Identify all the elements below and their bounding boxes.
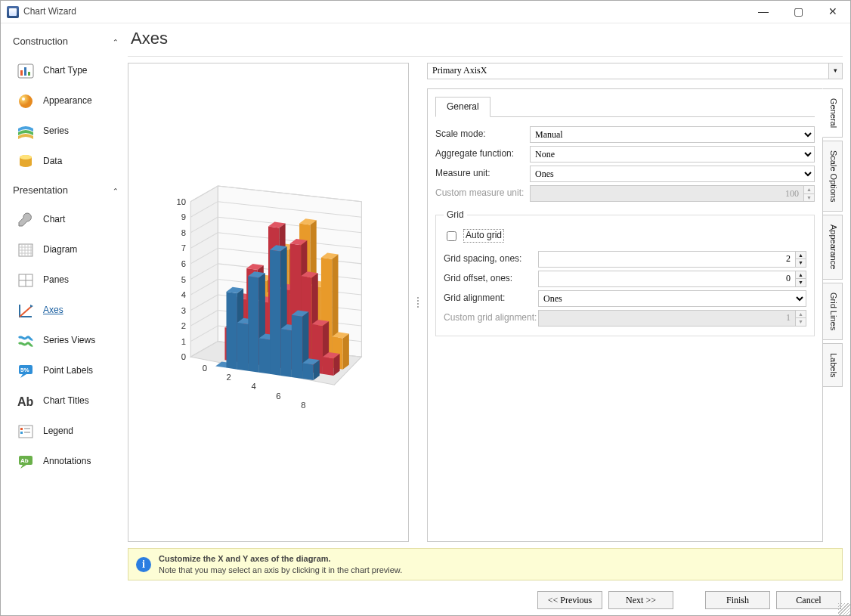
sidebar-item-series[interactable]: Series <box>1 116 128 147</box>
spinner[interactable]: ▲▼ <box>796 271 806 287</box>
custom-grid-alignment-input <box>538 310 796 327</box>
auto-grid-checkbox[interactable] <box>447 231 456 241</box>
svg-rect-1 <box>20 70 23 76</box>
sidebar-item-data[interactable]: Data <box>1 147 128 177</box>
appearance-icon <box>16 91 36 111</box>
svg-text:6: 6 <box>276 391 280 400</box>
sidebar-item-chart-type[interactable]: Chart Type <box>1 56 128 86</box>
sidebar-item-label: Diagram <box>43 244 77 256</box>
maximize-button[interactable]: ▢ <box>781 1 815 23</box>
sidebar-item-label: Chart <box>43 214 65 226</box>
aggregate-select[interactable]: None <box>530 146 815 163</box>
button-bar: << Previous Next >> Finish Cancel <box>128 580 843 609</box>
svg-marker-130 <box>259 338 270 373</box>
grid-spacing-label: Grid spacing, ones: <box>444 253 538 265</box>
svg-text:8: 8 <box>301 401 305 410</box>
scale-mode-select[interactable]: Manual <box>530 126 815 143</box>
titlebar: Chart Wizard — ▢ ✕ <box>1 1 850 23</box>
vtab-grid-lines[interactable]: Grid Lines <box>823 283 843 340</box>
svg-marker-127 <box>248 276 258 372</box>
page-title: Axes <box>131 28 843 50</box>
chart-preview[interactable]: 012 345 678 910 024 68 <box>128 63 409 543</box>
sidebar-item-axes[interactable]: Axes <box>1 296 128 326</box>
grid-spacing-input[interactable] <box>538 251 796 268</box>
sidebar-item-chart[interactable]: Chart <box>1 205 128 235</box>
previous-button[interactable]: << Previous <box>537 591 602 609</box>
vtab-scale-options[interactable]: Scale Options <box>823 141 843 212</box>
svg-marker-116 <box>323 357 333 376</box>
close-button[interactable]: ✕ <box>815 1 850 23</box>
sidebar: Construction ⌄ Chart Type Appearance Ser… <box>1 23 128 615</box>
svg-text:Ab: Ab <box>17 395 34 408</box>
svg-marker-139 <box>292 314 302 378</box>
svg-text:0: 0 <box>181 352 186 361</box>
grid-alignment-label: Grid alignment: <box>444 293 538 305</box>
data-icon <box>16 152 36 172</box>
sidebar-item-label: Axes <box>43 305 63 317</box>
axis-selector[interactable] <box>427 63 829 79</box>
sidebar-item-annotations[interactable]: Ab Annotations <box>1 447 128 477</box>
sidebar-group-presentation[interactable]: Presentation ⌄ <box>1 181 128 205</box>
svg-rect-15 <box>20 432 23 434</box>
sidebar-group-construction[interactable]: Construction ⌄ <box>1 33 128 56</box>
auto-grid-label: Auto grid <box>463 229 504 243</box>
sidebar-item-label: Series Views <box>43 335 95 347</box>
sidebar-item-series-views[interactable]: Series Views <box>1 326 128 356</box>
chart-type-icon <box>16 61 36 81</box>
sidebar-item-label: Annotations <box>43 456 91 468</box>
chevron-up-icon: ⌄ <box>113 186 119 196</box>
tab-general[interactable]: General <box>435 97 490 118</box>
chevron-up-icon: ⌄ <box>113 37 119 47</box>
vtab-labels[interactable]: Labels <box>823 343 843 387</box>
hint-line2: Note that you may select an axis by clic… <box>159 565 402 575</box>
sidebar-item-diagram[interactable]: Diagram <box>1 235 128 265</box>
sidebar-item-panes[interactable]: Panes <box>1 265 128 296</box>
svg-marker-124 <box>237 323 248 371</box>
sidebar-item-label: Chart Type <box>43 65 87 77</box>
sidebar-item-label: Series <box>43 125 69 138</box>
next-button[interactable]: Next >> <box>608 591 673 609</box>
sidebar-item-appearance[interactable]: Appearance <box>1 86 128 116</box>
svg-marker-121 <box>227 292 237 370</box>
measure-unit-label: Measure unit: <box>435 168 530 180</box>
group-label: Presentation <box>13 184 68 197</box>
sidebar-item-label: Point Labels <box>43 365 93 377</box>
grid-alignment-select[interactable]: Ones <box>538 290 806 307</box>
grid-offset-input[interactable] <box>538 271 796 287</box>
axis-selector-dropdown[interactable]: ▾ <box>829 63 843 79</box>
svg-text:9: 9 <box>181 212 186 221</box>
svg-rect-14 <box>20 428 23 430</box>
svg-point-7 <box>20 155 32 159</box>
sidebar-item-chart-titles[interactable]: Ab Chart Titles <box>1 386 128 416</box>
window-title: Chart Wizard <box>23 6 746 18</box>
legend-icon <box>16 422 36 441</box>
spinner: ▲▼ <box>796 310 806 327</box>
sidebar-item-label: Chart Titles <box>43 395 89 407</box>
scale-mode-label: Scale mode: <box>435 128 530 141</box>
sidebar-item-point-labels[interactable]: 5% Point Labels <box>1 356 128 386</box>
svg-rect-3 <box>28 72 30 76</box>
sidebar-item-legend[interactable]: Legend <box>1 416 128 447</box>
sidebar-item-label: Legend <box>43 426 73 438</box>
divider <box>128 56 843 57</box>
chart-titles-icon: Ab <box>16 392 36 411</box>
vtab-general[interactable]: General <box>822 88 843 138</box>
svg-text:3: 3 <box>181 305 186 314</box>
hint-bar: i Customize the X and Y axes of the diag… <box>128 548 843 580</box>
measure-unit-select[interactable]: Ones <box>530 166 815 182</box>
svg-rect-2 <box>24 67 26 76</box>
splitter[interactable] <box>415 63 421 543</box>
vtab-appearance[interactable]: Appearance <box>823 215 843 279</box>
diagram-icon <box>16 240 36 260</box>
svg-text:2: 2 <box>181 321 186 330</box>
cancel-button[interactable]: Cancel <box>776 591 841 609</box>
resize-grip[interactable] <box>838 603 850 615</box>
svg-text:Ab: Ab <box>20 457 29 464</box>
sidebar-item-label: Panes <box>43 274 69 286</box>
minimize-button[interactable]: — <box>746 1 781 23</box>
svg-point-5 <box>22 98 25 101</box>
svg-text:2: 2 <box>227 373 231 382</box>
spinner[interactable]: ▲▼ <box>796 251 806 268</box>
finish-button[interactable]: Finish <box>705 591 770 609</box>
custom-grid-alignment-label: Custom grid alignment: <box>444 312 538 324</box>
